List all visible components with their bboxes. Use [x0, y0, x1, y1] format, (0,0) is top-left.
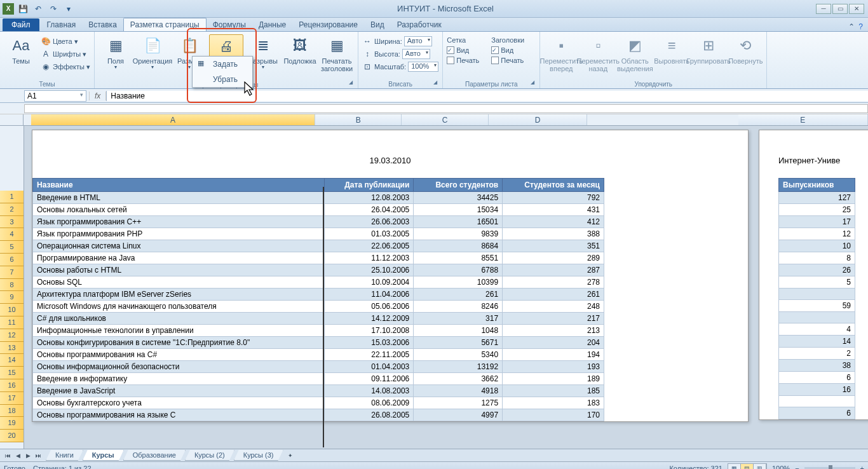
row-header-17[interactable]: 17	[0, 392, 24, 405]
effects-button[interactable]: ◉Эффекты ▾	[41, 61, 90, 72]
cell[interactable]: 22.06.2005	[325, 240, 414, 252]
cell[interactable]: 189	[503, 373, 604, 385]
cell[interactable]: 26.04.2005	[325, 204, 414, 216]
table-row[interactable]	[779, 289, 855, 300]
th-date[interactable]: Дата публикации	[325, 179, 414, 192]
table-row[interactable]: Введение в JavaScript14.08.20034918185	[33, 385, 604, 397]
page-view[interactable]: 19.03.2010 Название Дата публикации Всег…	[24, 126, 868, 449]
menu-set-print-area[interactable]: ▦Задать	[193, 57, 252, 72]
cell[interactable]: 204	[503, 337, 604, 349]
table-row[interactable]: Microsoft Windows для начинающего пользо…	[33, 301, 604, 313]
cell[interactable]: 25	[779, 204, 855, 216]
tab-developer[interactable]: Разработчик	[391, 18, 448, 31]
cell[interactable]: Основы программирования на языке C	[33, 409, 325, 421]
row-header-13[interactable]: 13	[0, 342, 24, 355]
row-header-1[interactable]: 1	[0, 191, 24, 203]
cell[interactable]: 412	[503, 216, 604, 228]
cell[interactable]: 26.06.2003	[325, 216, 414, 228]
new-sheet-button[interactable]: ✦	[285, 451, 295, 461]
row-header-12[interactable]: 12	[0, 329, 24, 342]
cell[interactable]: 8	[779, 252, 855, 264]
prev-sheet-button[interactable]: ◀	[13, 451, 23, 461]
cell[interactable]: 217	[503, 313, 604, 325]
cell[interactable]: Операционная система Linux	[33, 240, 325, 252]
row-header-16[interactable]: 16	[0, 379, 24, 392]
table-row[interactable]: Основы информационной безопасности01.04.…	[33, 361, 604, 373]
cell[interactable]: Основы конфигурирования в системе "1С:Пр…	[33, 337, 325, 349]
table-row[interactable]: Основы SQL10.09.200410399278	[33, 276, 604, 289]
cell[interactable]: 4997	[414, 409, 503, 421]
headings-print-check[interactable]	[491, 57, 499, 64]
table-row[interactable]: 2	[779, 348, 855, 360]
table-row[interactable]: Введение в HTML12.08.200334425792	[33, 192, 604, 204]
tab-data[interactable]: Данные	[252, 18, 292, 31]
tab-formulas[interactable]: Формулы	[207, 18, 252, 31]
file-tab[interactable]: Файл	[3, 18, 39, 31]
cell[interactable]: 16	[779, 384, 855, 396]
page-break-view-button[interactable]: ▥	[754, 464, 766, 470]
table-row[interactable]: Архитектура платформ IBM eServer zSeries…	[33, 289, 604, 301]
name-box[interactable]: A1▾	[24, 90, 86, 102]
table-row[interactable]: 14	[779, 336, 855, 348]
cell[interactable]: 14	[779, 336, 855, 348]
next-sheet-button[interactable]: ▶	[23, 451, 33, 461]
cell[interactable]: 34425	[414, 192, 503, 204]
cell[interactable]: 14.08.2003	[325, 385, 414, 397]
cell[interactable]: 185	[503, 385, 604, 397]
table-row[interactable]: Введение в информатику09.11.20063662189	[33, 373, 604, 385]
cell[interactable]: 14.12.2009	[325, 313, 414, 325]
row-header-6[interactable]: 6	[0, 254, 24, 266]
help-icon[interactable]: ?	[858, 22, 863, 31]
cell[interactable]: Основы SQL	[33, 276, 325, 289]
th-name[interactable]: Название	[33, 179, 325, 192]
minimize-ribbon-icon[interactable]: ⌃	[848, 22, 855, 31]
cell[interactable]: 6788	[414, 264, 503, 276]
cell[interactable]: 17	[779, 216, 855, 228]
row-header-8[interactable]: 8	[0, 279, 24, 292]
th-month[interactable]: Студентов за месяц	[503, 179, 604, 192]
cell[interactable]: C# для школьников	[33, 313, 325, 325]
sheet-tab-education[interactable]: Образование	[123, 450, 186, 461]
send-backward-button[interactable]: ▫Переместить назад	[581, 34, 615, 74]
close-button[interactable]: ✕	[849, 4, 864, 14]
cell[interactable]: 25.10.2006	[325, 264, 414, 276]
sheet-tab-courses[interactable]: Курсы	[83, 450, 124, 461]
cell[interactable]: 2	[779, 348, 855, 360]
table-row[interactable]: 5	[779, 276, 855, 289]
themes-button[interactable]: Aa Темы	[4, 34, 38, 66]
cell[interactable]: 1048	[414, 325, 503, 337]
cell[interactable]: 12	[779, 228, 855, 240]
row-header-3[interactable]: 3	[0, 216, 24, 229]
cell[interactable]: Microsoft Windows для начинающего пользо…	[33, 301, 325, 313]
table-row[interactable]: 16	[779, 384, 855, 396]
zoom-thumb[interactable]	[829, 465, 832, 470]
cell[interactable]: 278	[503, 276, 604, 289]
col-header-a[interactable]: A	[31, 114, 316, 125]
redo-icon[interactable]: ↷	[47, 3, 60, 15]
group-button[interactable]: ⊞Группировать	[691, 34, 726, 66]
zoom-in-button[interactable]: +	[860, 465, 864, 470]
row-header-18[interactable]: 18	[0, 405, 24, 418]
print-titles-button[interactable]: ▦Печатать заголовки	[320, 34, 354, 74]
th-grads[interactable]: Выпускников	[779, 179, 855, 192]
cell[interactable]: Основы локальных сетей	[33, 204, 325, 216]
cell[interactable]: 388	[503, 228, 604, 240]
zoom-out-button[interactable]: −	[795, 465, 799, 470]
cell[interactable]: 193	[503, 361, 604, 373]
orientation-button[interactable]: 📄Ориентация▾	[135, 34, 170, 72]
cell[interactable]: 3662	[414, 373, 503, 385]
cell[interactable]: 8246	[414, 301, 503, 313]
scale-launcher[interactable]: ◢	[433, 79, 441, 87]
cell[interactable]: 09.11.2006	[325, 373, 414, 385]
cell[interactable]	[779, 312, 855, 323]
cell[interactable]	[779, 396, 855, 407]
cell[interactable]: 10399	[414, 276, 503, 289]
cell[interactable]: 26.08.2005	[325, 409, 414, 421]
cell[interactable]: 12.08.2003	[325, 192, 414, 204]
col-header-d[interactable]: D	[489, 114, 588, 125]
cell[interactable]: 4	[779, 323, 855, 336]
table-row[interactable]: Операционная система Linux22.06.20058684…	[33, 240, 604, 252]
table-row[interactable]: 127	[779, 192, 855, 204]
table-row[interactable]: Основы конфигурирования в системе "1С:Пр…	[33, 337, 604, 349]
tab-insert[interactable]: Вставка	[82, 18, 123, 31]
